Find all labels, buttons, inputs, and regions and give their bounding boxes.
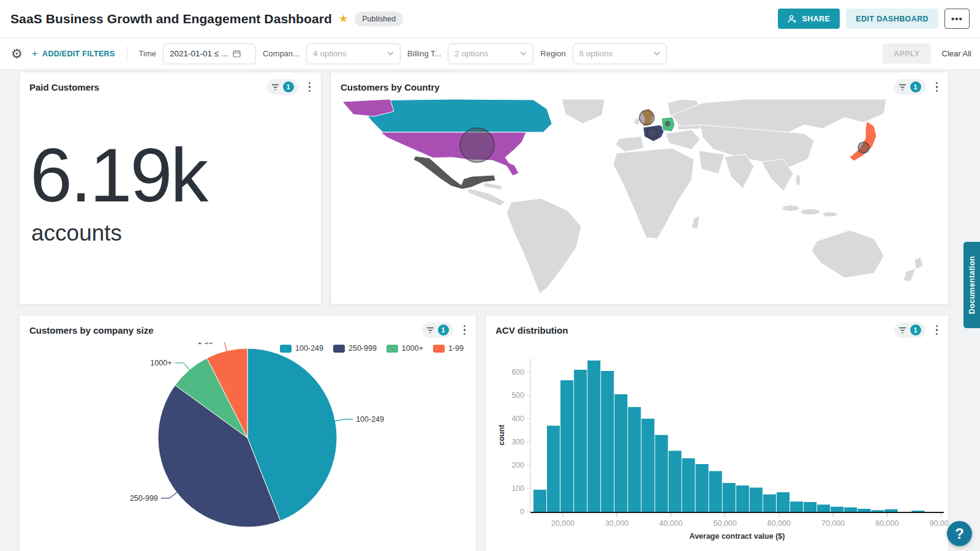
histogram-bar[interactable] <box>777 492 790 512</box>
country-new-zealand <box>914 257 923 269</box>
histogram-bar[interactable] <box>844 508 857 512</box>
widget-filter-chip[interactable]: 1 <box>267 79 298 95</box>
histogram-bar[interactable] <box>669 451 682 512</box>
y-tick-label: 500 <box>511 391 524 400</box>
legend-label: 1000+ <box>402 344 423 353</box>
widget-filter-chip[interactable]: 1 <box>894 79 925 95</box>
widget-menu-kebab-icon[interactable] <box>933 323 941 338</box>
y-tick-label: 0 <box>520 508 524 516</box>
histogram-bar[interactable] <box>696 464 709 512</box>
legend-item-100-249[interactable]: 100-249 <box>280 344 323 353</box>
apply-button-label: APPLY <box>894 50 920 58</box>
country-united-states[interactable] <box>380 132 526 176</box>
world-map[interactable] <box>331 99 948 305</box>
pie-callout-line <box>334 419 353 421</box>
legend-swatch <box>333 345 345 353</box>
documentation-tab[interactable]: Documentation <box>963 242 980 328</box>
pie-callout-line <box>175 363 190 371</box>
map-bubble-united-kingdom[interactable] <box>639 110 654 125</box>
share-user-icon <box>788 15 797 23</box>
time-filter-value: 2021-01-01 ≤ ... <box>170 49 228 58</box>
widget-title: Customers by Country <box>341 82 440 92</box>
billing-filter-label: Billing T... <box>407 49 441 58</box>
histogram-bar[interactable] <box>763 494 776 512</box>
histogram-bar[interactable] <box>750 487 763 512</box>
histogram-bar[interactable] <box>723 483 736 512</box>
map-bubble-japan[interactable] <box>858 142 869 153</box>
clear-all-button[interactable]: Clear All <box>942 49 971 58</box>
chevron-down-icon <box>654 51 660 56</box>
map-bubble-united-states[interactable] <box>460 128 494 162</box>
histogram-bar[interactable] <box>709 471 722 512</box>
favorite-star-icon[interactable]: ★ <box>339 12 348 25</box>
histogram-bar[interactable] <box>614 394 627 512</box>
time-filter-input[interactable]: 2021-01-01 ≤ ... <box>163 43 256 64</box>
help-button[interactable]: ? <box>947 521 972 546</box>
histogram-bar[interactable] <box>790 501 803 512</box>
histogram-bar[interactable] <box>817 504 830 512</box>
widget-menu-kebab-icon[interactable] <box>306 80 314 95</box>
histogram-bar[interactable] <box>858 509 870 512</box>
company-filter-label: Compan... <box>263 49 300 58</box>
histogram-bar[interactable] <box>574 370 587 512</box>
histogram-bar[interactable] <box>682 459 695 512</box>
x-tick-label: 60,000 <box>767 519 791 528</box>
edit-dashboard-button[interactable]: EDIT DASHBOARD <box>846 9 938 29</box>
histogram-bar[interactable] <box>560 380 573 512</box>
country-madagascar <box>692 216 699 229</box>
widget-filter-chip[interactable]: 1 <box>894 322 925 338</box>
calendar-icon <box>233 50 241 58</box>
filter-count-badge: 1 <box>283 81 294 92</box>
widget-customers-by-country: Customers by Country 1 <box>330 72 949 305</box>
histogram-bar[interactable] <box>641 419 654 512</box>
region-central-america <box>467 189 505 206</box>
legend-item-1-99[interactable]: 1-99 <box>433 344 464 353</box>
histogram-bar[interactable] <box>831 507 843 512</box>
widget-menu-kebab-icon[interactable] <box>933 80 941 95</box>
region-iberia <box>616 137 644 152</box>
histogram-bar[interactable] <box>533 490 546 512</box>
country-japan[interactable] <box>850 121 876 161</box>
ellipsis-icon: ••• <box>951 13 963 24</box>
map-bubble-germany[interactable] <box>666 122 669 126</box>
widget-title: ACV distribution <box>496 325 568 335</box>
legend-label: 1-99 <box>448 344 464 353</box>
widget-title: Customers by company size <box>29 325 154 335</box>
region-indonesia <box>782 205 799 211</box>
legend-swatch <box>280 345 292 353</box>
histogram-bar[interactable] <box>884 509 897 512</box>
histogram-bar[interactable] <box>601 371 614 512</box>
billing-filter-select[interactable]: 2 options <box>448 43 533 64</box>
share-button[interactable]: SHARE <box>778 9 840 29</box>
region-filter-select[interactable]: 8 options <box>573 43 667 64</box>
legend-item-250-999[interactable]: 250-999 <box>333 344 377 353</box>
histogram-bar[interactable] <box>547 425 560 512</box>
histogram-bar[interactable] <box>628 407 641 512</box>
histogram-bar[interactable] <box>804 502 816 512</box>
chevron-down-icon <box>387 51 394 56</box>
histogram-bar[interactable] <box>736 485 749 512</box>
histogram-bar[interactable] <box>871 510 884 512</box>
more-options-button[interactable]: ••• <box>944 9 970 29</box>
x-tick-label: 50,000 <box>714 519 737 528</box>
apply-button[interactable]: APPLY <box>883 43 931 64</box>
filter-count-badge: 1 <box>438 324 449 335</box>
histogram-bar[interactable] <box>655 435 668 512</box>
histogram-chart: 010020030040050060020,00030,00040,00050,… <box>486 315 948 551</box>
add-edit-filters-button[interactable]: + ADD/EDIT FILTERS <box>32 48 115 60</box>
region-africa <box>613 148 694 239</box>
map-bubble-france[interactable] <box>647 127 658 138</box>
histogram-bar[interactable] <box>587 361 600 512</box>
pie-callout-line <box>161 492 178 498</box>
settings-gear-icon[interactable]: ⚙ <box>11 47 23 61</box>
billing-filter-value: 2 options <box>454 49 488 58</box>
widget-company-size: 100-249250-9991000+1-99 Customers by com… <box>19 315 477 551</box>
region-italy-balkans <box>665 130 700 149</box>
kpi-value: 6.19k <box>30 137 206 213</box>
widget-menu-kebab-icon[interactable] <box>461 323 469 338</box>
legend-item-1000+[interactable]: 1000+ <box>386 344 423 353</box>
country-philippines <box>796 174 801 186</box>
widget-filter-chip[interactable]: 1 <box>422 322 453 338</box>
company-filter-select[interactable]: 4 options <box>306 43 401 64</box>
histogram-bar[interactable] <box>912 511 925 512</box>
